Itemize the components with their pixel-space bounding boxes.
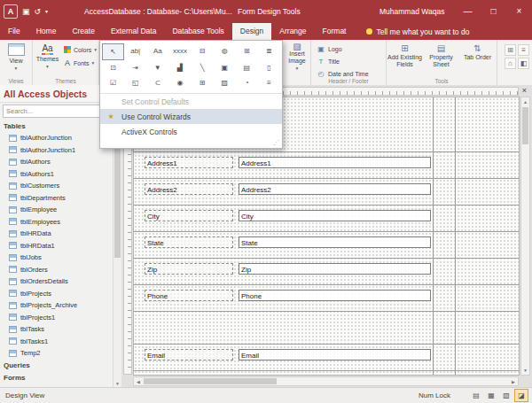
scroll-down-icon[interactable]: ▼ <box>521 366 529 375</box>
label-control-icon[interactable]: Aa <box>146 43 168 58</box>
tab-format[interactable]: Format <box>315 23 355 40</box>
nav-table-item[interactable]: tblCustomers <box>0 180 121 192</box>
nav-section-queries[interactable]: Queries ˅ <box>0 360 121 372</box>
tab-file[interactable]: File <box>0 23 28 40</box>
design-view-button[interactable]: ◪ <box>514 389 528 402</box>
small-tool-icon-4[interactable]: ◧ <box>518 58 529 69</box>
field-label-control[interactable]: Address2 <box>145 183 233 195</box>
field-label-control[interactable]: State <box>145 236 233 248</box>
web-browser-control-icon[interactable]: ⊞ <box>236 43 258 58</box>
tab-database-tools[interactable]: Database Tools <box>164 23 231 40</box>
more-controls-icon[interactable]: ≡ <box>258 75 280 90</box>
form-view-button[interactable]: ▤ <box>469 389 483 402</box>
field-textbox-control[interactable]: Email <box>239 349 431 360</box>
datasheet-view-button[interactable]: ▦ <box>484 389 498 402</box>
logo-button[interactable]: ▣ Logo <box>315 43 382 54</box>
pie-chart-control-icon[interactable]: ◔ <box>236 75 258 90</box>
nav-table-item[interactable]: tblJobs <box>0 252 121 264</box>
menu-item-use-control-wizards[interactable]: ★ Use Control Wizards <box>100 109 282 124</box>
scroll-left-icon[interactable]: ◀ <box>134 377 143 385</box>
save-icon[interactable]: ▣ <box>22 0 30 23</box>
page-break-control-icon[interactable]: ⇥ <box>124 60 146 75</box>
nav-scrollbar[interactable]: ▲ ▼ <box>113 116 121 388</box>
title-button[interactable]: T Title <box>315 56 382 66</box>
scroll-right-icon[interactable]: ▶ <box>509 377 518 385</box>
line-control-icon[interactable]: ╲ <box>192 60 214 75</box>
maximize-button[interactable]: □ <box>481 0 506 23</box>
nav-table-item[interactable]: tblProjects1 <box>0 312 121 324</box>
layout-view-button[interactable]: ▧ <box>499 389 513 402</box>
vertical-scrollbar[interactable]: ▲ ▼ <box>520 97 530 376</box>
nav-table-item[interactable]: tblEmployees <box>0 216 121 229</box>
option-group-control-icon[interactable]: ⊡ <box>102 60 124 75</box>
nav-table-item[interactable]: tblTasks1 <box>0 336 121 348</box>
vertical-scrollbar-thumb[interactable] <box>522 107 528 144</box>
nav-table-item[interactable]: tblOrdersDetails <box>0 275 121 288</box>
nav-table-item[interactable]: tblEmployee <box>0 204 121 216</box>
tab-create[interactable]: Create <box>64 23 103 40</box>
image-control-icon[interactable]: ▨ <box>214 75 236 90</box>
toggle-button-control-icon[interactable]: ▣ <box>214 60 236 75</box>
nav-table-item[interactable]: tblHRData <box>0 228 121 240</box>
undo-icon[interactable]: ↺ <box>35 0 42 23</box>
small-tool-icon-3[interactable]: ⌂ <box>505 58 516 69</box>
nav-table-item[interactable]: tblHRData1 <box>0 240 121 252</box>
nav-table-item[interactable]: tblOrders <box>0 264 121 276</box>
field-textbox-control[interactable]: Address1 <box>239 157 431 168</box>
horizontal-scrollbar-thumb[interactable] <box>144 378 277 384</box>
field-label-control[interactable]: Phone <box>145 290 233 301</box>
document-close-icon[interactable]: × <box>520 86 529 96</box>
rectangle-control-icon[interactable]: ▯ <box>258 60 280 75</box>
field-label-control[interactable]: Address1 <box>145 157 233 168</box>
themes-button[interactable]: Aa Themes ▾ <box>33 40 62 75</box>
field-label-control[interactable]: City <box>145 210 233 221</box>
search-input[interactable] <box>6 107 107 115</box>
nav-table-item[interactable]: Temp2 <box>0 347 121 360</box>
button-control-icon[interactable]: xxxx <box>168 43 191 58</box>
field-textbox-control[interactable]: Address2 <box>239 183 431 195</box>
field-textbox-control[interactable]: State <box>239 236 431 248</box>
unbound-object-frame-icon[interactable]: ◱ <box>124 75 146 90</box>
list-box-control-icon[interactable]: ▤ <box>236 60 258 75</box>
signed-in-user[interactable]: Muhammad Waqas <box>379 0 444 23</box>
combo-box-control-icon[interactable]: ▼ <box>146 60 168 75</box>
tab-home[interactable]: Home <box>28 23 65 40</box>
view-button[interactable]: View ▾ <box>0 40 32 72</box>
nav-section-forms[interactable]: Forms ˅ <box>0 372 121 384</box>
horizontal-scrollbar[interactable]: ◀ ▶ <box>133 376 519 386</box>
small-tool-icon-1[interactable]: ⊞ <box>505 44 516 56</box>
subform-control-icon[interactable]: ⊞ <box>192 75 214 90</box>
popup-resize-grip[interactable]: ⋰ <box>100 139 282 148</box>
hyperlink-control-icon[interactable]: ◍ <box>214 43 236 58</box>
nav-table-item[interactable]: tblProjects_Archive <box>0 299 121 312</box>
nav-table-item[interactable]: tblTasks <box>0 323 121 336</box>
menu-item-activex-controls[interactable]: ActiveX Controls <box>100 124 282 139</box>
nav-table-item[interactable]: tblAuthors <box>0 156 121 168</box>
small-tool-icon-2[interactable]: ≡ <box>518 44 529 56</box>
text-box-control-icon[interactable]: ab| <box>124 43 146 58</box>
option-button-control-icon[interactable]: ◉ <box>168 75 191 90</box>
colors-button[interactable]: Colors ▾ <box>62 44 98 55</box>
check-box-control-icon[interactable]: ☑ <box>102 75 124 90</box>
tell-me-box[interactable]: Tell me what you want to do <box>366 23 469 40</box>
close-button[interactable]: × <box>506 0 532 23</box>
access-app-icon[interactable]: A <box>4 4 18 19</box>
tab-external-data[interactable]: External Data <box>103 23 165 40</box>
field-label-control[interactable]: Zip <box>145 263 233 275</box>
field-label-control[interactable]: Email <box>145 349 233 360</box>
nav-table-item[interactable]: tblProjects <box>0 288 121 300</box>
insert-image-button[interactable]: ▨ Insert Image ▾ <box>284 40 310 72</box>
nav-table-item[interactable]: tblAuthors1 <box>0 168 121 181</box>
select-control-icon[interactable]: ↖ <box>102 43 124 60</box>
fonts-button[interactable]: A Fonts ▾ <box>62 58 98 68</box>
field-textbox-control[interactable]: Zip <box>239 263 431 275</box>
qat-customize-icon[interactable]: ▾ <box>45 0 48 23</box>
attachment-control-icon[interactable]: ⊂ <box>146 75 168 90</box>
field-textbox-control[interactable]: City <box>239 210 431 221</box>
chart-control-icon[interactable]: ▟ <box>168 60 191 75</box>
tab-design[interactable]: Design <box>232 23 271 40</box>
tab-arrange[interactable]: Arrange <box>271 23 314 40</box>
scroll-up-icon[interactable]: ▲ <box>521 97 529 106</box>
minimize-button[interactable]: — <box>455 0 481 23</box>
field-textbox-control[interactable]: Phone <box>239 290 431 301</box>
